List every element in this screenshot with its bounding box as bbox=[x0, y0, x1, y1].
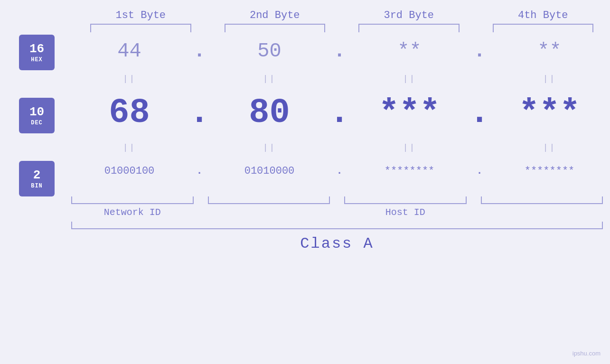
bin-dot-1: . bbox=[190, 165, 209, 177]
dec-badge-label: DEC bbox=[31, 120, 43, 126]
host-id-cell-2 bbox=[474, 207, 610, 218]
network-id-cell-1: Network ID bbox=[64, 207, 201, 218]
class-label: Class A bbox=[300, 235, 374, 252]
bot-bracket-4 bbox=[474, 196, 610, 204]
bin-b1: 01000100 bbox=[69, 165, 190, 177]
bin-b3: ******** bbox=[349, 165, 470, 177]
bin-b4: ******** bbox=[489, 165, 610, 177]
byte-headers-row: 1st Byte 2nd Byte 3rd Byte 4th Byte bbox=[0, 9, 610, 21]
bracket-cell-3 bbox=[342, 24, 476, 32]
bin-dot-3: . bbox=[470, 165, 489, 177]
hex-badge: 16 HEX bbox=[19, 35, 55, 70]
id-labels-row: Network ID Host ID bbox=[64, 207, 610, 218]
byte1-header: 1st Byte bbox=[74, 9, 208, 21]
hex-b3: ** bbox=[349, 40, 470, 63]
big-bottom-bracket bbox=[71, 222, 603, 229]
hex-b4: ** bbox=[489, 40, 610, 63]
top-brackets-row bbox=[0, 24, 610, 32]
bin-values-row: 01000100 . 01010000 . ******** . bbox=[69, 156, 610, 187]
class-label-row: Class A bbox=[0, 235, 610, 252]
bracket-cell-4 bbox=[476, 24, 610, 32]
pipe-2-b4: || bbox=[489, 143, 610, 152]
network-id-cell-2 bbox=[201, 207, 338, 218]
bin-b2: 01010000 bbox=[209, 165, 330, 177]
host-id-label: Host ID bbox=[385, 207, 425, 218]
bracket-cell-1 bbox=[74, 24, 208, 32]
hex-b2: 50 bbox=[209, 40, 330, 63]
rows-wrapper: 16 HEX 10 DEC 2 BIN 44 . bbox=[0, 32, 610, 196]
pipe-1-b1: || bbox=[69, 74, 190, 84]
dec-dot-1: . bbox=[190, 93, 209, 132]
hex-dot-3: . bbox=[470, 40, 489, 63]
main-container: 1st Byte 2nd Byte 3rd Byte 4th Byte 16 H… bbox=[0, 0, 610, 364]
hex-dot-1: . bbox=[190, 40, 209, 63]
hex-b1: 44 bbox=[69, 40, 190, 63]
dec-b3: *** bbox=[349, 93, 470, 132]
bot-bracket-2 bbox=[201, 196, 338, 204]
bot-bracket-3 bbox=[337, 196, 474, 204]
dec-values-row: 68 . 80 . *** . *** bbox=[69, 87, 610, 139]
bottom-section: Network ID Host ID bbox=[0, 196, 610, 229]
bracket-line-3 bbox=[358, 24, 460, 32]
dec-b4: *** bbox=[489, 93, 610, 132]
bracket-cell-2 bbox=[208, 24, 342, 32]
pipe-2-b2: || bbox=[209, 143, 330, 152]
dec-b2: 80 bbox=[209, 93, 330, 132]
bin-dot-2: . bbox=[330, 165, 349, 177]
hex-dot-2: . bbox=[330, 40, 349, 63]
dec-dot-3: . bbox=[470, 93, 489, 132]
badges-column: 16 HEX 10 DEC 2 BIN bbox=[5, 32, 69, 196]
hex-badge-label: HEX bbox=[31, 56, 43, 63]
byte4-header: 4th Byte bbox=[476, 9, 610, 21]
dec-dot-2: . bbox=[330, 93, 349, 132]
values-column: 44 . 50 . ** . ** bbox=[69, 32, 610, 196]
bracket-line-2 bbox=[225, 24, 326, 32]
pipe-2-b1: || bbox=[69, 143, 190, 152]
watermark: ipshu.com bbox=[572, 350, 601, 357]
bracket-line-4 bbox=[493, 24, 594, 32]
bracket-line-1 bbox=[90, 24, 191, 32]
pipe-row-1: || || || || bbox=[69, 70, 610, 87]
bottom-bracket-lines bbox=[64, 196, 610, 204]
dec-b1: 68 bbox=[69, 93, 190, 132]
dec-badge: 10 DEC bbox=[19, 98, 55, 133]
pipe-2-b3: || bbox=[349, 143, 470, 152]
pipe-1-b3: || bbox=[349, 74, 470, 84]
dec-badge-number: 10 bbox=[29, 105, 44, 120]
bin-badge-label: BIN bbox=[31, 183, 43, 189]
byte3-header: 3rd Byte bbox=[342, 9, 476, 21]
hex-badge-number: 16 bbox=[29, 42, 44, 56]
pipe-1-b2: || bbox=[209, 74, 330, 84]
hex-values-row: 44 . 50 . ** . ** bbox=[69, 32, 610, 70]
pipe-row-2: || || || || bbox=[69, 139, 610, 156]
bin-badge: 2 BIN bbox=[19, 161, 55, 196]
bot-bracket-1 bbox=[64, 196, 201, 204]
bin-badge-number: 2 bbox=[33, 168, 41, 183]
pipe-1-b4: || bbox=[489, 74, 610, 84]
byte2-header: 2nd Byte bbox=[208, 9, 342, 21]
host-id-cell-1: Host ID bbox=[337, 207, 474, 218]
network-id-label: Network ID bbox=[104, 207, 161, 218]
